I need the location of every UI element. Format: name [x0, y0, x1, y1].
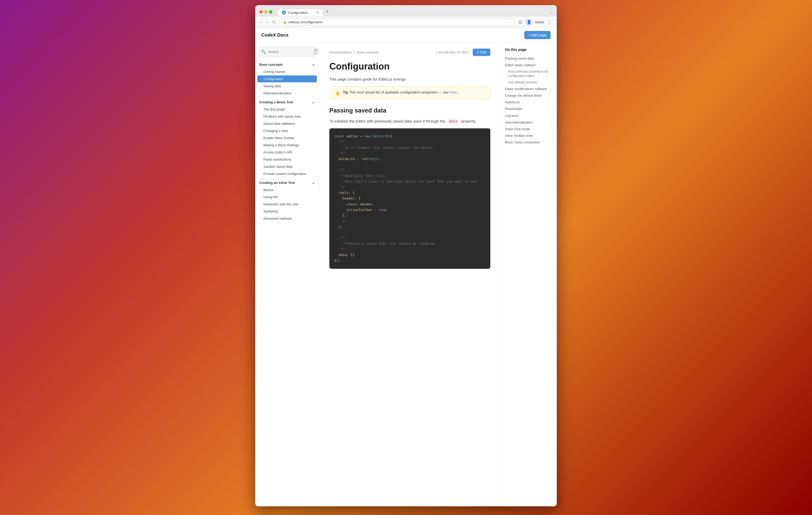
section-text-before-code: To initialize the Editor with previously… — [329, 119, 445, 123]
traffic-lights — [259, 10, 272, 13]
browser-titlebar: e Configuration ✕ + ⌄ — [255, 5, 557, 16]
sidebar-section-base-concepts: Base concepts ▲ Getting started Configur… — [255, 61, 319, 97]
tab-close-button[interactable]: ✕ — [316, 10, 319, 15]
browser-actions: ⊡ 👤 Guest ⋮ — [517, 19, 553, 26]
breadcrumb-base-concepts[interactable]: Base concepts — [357, 50, 379, 54]
toc-item-internationalization[interactable]: Internationalization — [505, 119, 553, 126]
url-bar[interactable]: 🔒 editorjs.io/configuration — [279, 19, 515, 26]
page-title: Configuration — [329, 61, 490, 72]
minimize-button[interactable] — [264, 10, 267, 13]
sidebar-item-using-api[interactable]: Using API — [257, 194, 317, 200]
breadcrumb: Documentation › Base concepts Last edit … — [329, 49, 490, 56]
main-layout: 🔍 ⌘ P Base concepts ▲ Getting started Co… — [255, 43, 557, 506]
right-panel: On this page Passing saved data Editor r… — [500, 43, 557, 506]
toc-item-editor-modifications-callback[interactable]: Editor modifications callback — [505, 86, 553, 92]
tip-text-end: . — [458, 90, 459, 94]
browser-window: e Configuration ✕ + ⌄ ‹ › ↻ 🔒 editorjs.i… — [255, 5, 557, 506]
sidebar-section-block-tool-title: Creating a Block Tool — [259, 100, 293, 104]
tab-favicon: e — [282, 10, 286, 15]
chevron-up-icon: ▲ — [312, 63, 315, 66]
last-edit-text: Last edit Dec 15 2021 — [436, 50, 469, 54]
sidebar-section-inline-tool: Creating an Inline Tool ▲ Basics Using A… — [255, 179, 319, 222]
section-passing-saved-data-title: Passing saved data — [329, 107, 490, 114]
chevron-up-icon-2: ▲ — [312, 101, 315, 104]
toc-item-change-default-block[interactable]: Change the default Block — [505, 92, 553, 99]
sidebar-item-sanitize-data[interactable]: Sanitize saved data — [257, 163, 317, 170]
toc-title: On this page — [505, 48, 553, 52]
avatar[interactable]: 👤 — [525, 19, 532, 26]
close-button[interactable] — [259, 10, 263, 13]
toc-item-readonly-mode[interactable]: Read-Only mode — [505, 126, 553, 132]
toc-item-placeholder[interactable]: Placeholder — [505, 106, 553, 112]
sidebar-item-saving-data[interactable]: Saving data — [257, 83, 317, 89]
sidebar-item-interaction-user[interactable]: Interaction with the user — [257, 201, 317, 208]
search-kbd: ⌘ P — [313, 48, 319, 55]
breadcrumb-actions: Last edit Dec 15 2021 ✏ Edit — [436, 49, 491, 56]
tip-link[interactable]: here — [450, 90, 457, 94]
sidebar: 🔍 ⌘ P Base concepts ▲ Getting started Co… — [255, 43, 319, 506]
sidebar-item-custom-configuration[interactable]: Provide custom configuration — [257, 170, 317, 177]
sidebar-item-basics[interactable]: Basics — [257, 186, 317, 193]
sidebar-section-header-base-concepts[interactable]: Base concepts ▲ — [255, 61, 319, 68]
section-passing-saved-data-intro: To initialize the Editor with previously… — [329, 118, 490, 124]
sidebar-section-header-block-tool[interactable]: Creating a Block Tool ▲ — [255, 99, 319, 106]
page-intro: This page contains guide for Editor.js t… — [329, 77, 490, 81]
toc-item-pass-onready[interactable]: Pass onReady property to the configurati… — [505, 69, 553, 79]
url-text: editorjs.io/configuration — [288, 20, 323, 24]
app-container: CodeX Docs + Add page 🔍 ⌘ P Base concept… — [255, 28, 557, 506]
user-label: Guest — [535, 20, 544, 24]
sidebar-item-enable-inline-toolbar[interactable]: Enable Inline Toolbar — [257, 135, 317, 141]
toc-item-passing-saved-data[interactable]: Passing saved data — [505, 55, 553, 62]
screen-mirror-icon[interactable]: ⊡ — [517, 19, 523, 26]
tip-text: The most actual list of available config… — [349, 90, 449, 94]
edit-button[interactable]: ✏ Edit — [473, 49, 490, 56]
window-chevron-icon: ⌄ — [550, 10, 553, 14]
refresh-button[interactable]: ↻ — [271, 19, 277, 26]
sidebar-item-changing-view[interactable]: Changing a view — [257, 127, 317, 134]
tip-content: Tip The most actual list of available co… — [343, 90, 459, 94]
sidebar-item-fill-block[interactable]: Fill Block with saved data — [257, 113, 317, 120]
lock-icon: 🔒 — [283, 20, 287, 24]
chevron-up-icon-3: ▲ — [312, 181, 315, 185]
sidebar-item-block-settings[interactable]: Making a Block Settings — [257, 142, 317, 148]
tip-label: Tip — [343, 90, 348, 94]
toc-item-use-isready[interactable]: Use isReady promise — [505, 79, 553, 86]
sidebar-item-paste-substitutions[interactable]: Paste substitutions — [257, 156, 317, 163]
toc-item-log-level[interactable]: Log level — [505, 112, 553, 119]
sidebar-item-editors-api[interactable]: Access Editor's API — [257, 149, 317, 156]
main-content: Documentation › Base concepts Last edit … — [319, 43, 500, 506]
app-logo: CodeX Docs — [261, 32, 288, 38]
app-header: CodeX Docs + Add page — [255, 28, 557, 43]
add-page-button[interactable]: + Add page — [524, 31, 551, 39]
sidebar-section-header-inline-tool[interactable]: Creating an Inline Tool ▲ — [255, 179, 319, 186]
sidebar-item-saved-data-validation[interactable]: Saved data validation — [257, 120, 317, 127]
sidebar-search-container[interactable]: 🔍 ⌘ P — [258, 47, 316, 57]
sidebar-section-block-tool: Creating a Block Tool ▲ The first plugin… — [255, 99, 319, 177]
inline-code-data: data — [447, 119, 459, 124]
tab-bar: e Configuration ✕ + — [278, 8, 547, 16]
tip-emoji: 👆 — [335, 90, 340, 96]
forward-button[interactable]: › — [265, 19, 268, 25]
toc-item-inline-toolbar-order[interactable]: Inline Toolbar order — [505, 132, 553, 139]
sidebar-item-internationalization[interactable]: Internationalization — [257, 90, 317, 97]
sidebar-section-inline-tool-title: Creating an Inline Tool — [259, 181, 295, 185]
toc-item-editor-ready-callback[interactable]: Editor ready callback — [505, 62, 553, 69]
toc-item-block-tunes-connection[interactable]: Block Tunes connection — [505, 139, 553, 146]
toc-item-autofocus[interactable]: Autofocus — [505, 99, 553, 106]
search-input[interactable] — [268, 50, 311, 54]
sidebar-section-title: Base concepts — [259, 63, 283, 66]
breadcrumb-separator: › — [354, 50, 355, 54]
more-options-button[interactable]: ⋮ — [547, 19, 553, 26]
sidebar-item-first-plugin[interactable]: The first plugin — [257, 106, 317, 113]
sidebar-item-sanitizing[interactable]: Sanitizing — [257, 208, 317, 215]
breadcrumb-documentation[interactable]: Documentation — [329, 50, 352, 54]
tab-title: Configuration — [288, 11, 308, 15]
sidebar-item-getting-started[interactable]: Getting started — [257, 68, 317, 75]
maximize-button[interactable] — [269, 10, 272, 13]
back-button[interactable]: ‹ — [259, 19, 263, 25]
new-tab-button[interactable]: + — [323, 8, 331, 16]
tip-box: 👆 Tip The most actual list of available … — [329, 86, 490, 100]
sidebar-item-configuration[interactable]: Configuration — [257, 76, 317, 82]
active-tab[interactable]: e Configuration ✕ — [278, 9, 323, 16]
sidebar-item-advanced-methods[interactable]: Advanced methods — [257, 215, 317, 222]
